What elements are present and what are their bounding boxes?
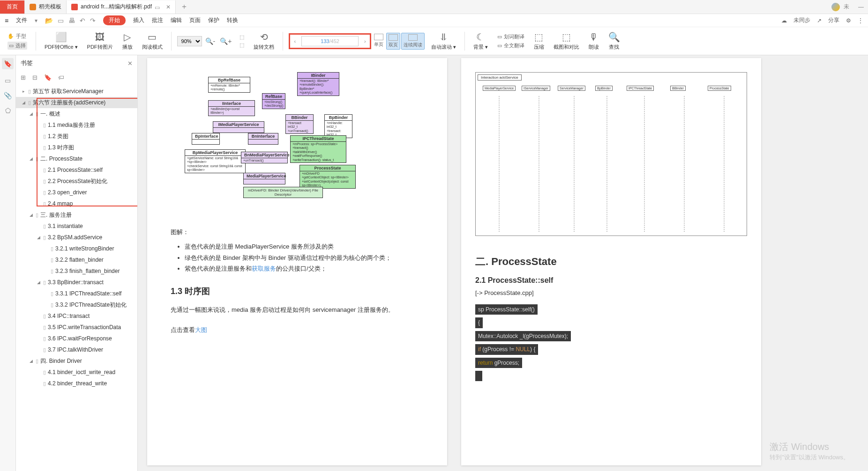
view-double[interactable]: 双页 [386, 33, 400, 50]
tool-select[interactable]: ▭ 选择 [7, 42, 27, 50]
collapse-all-icon[interactable]: ⊟ [32, 74, 37, 81]
page-current[interactable]: 133 [321, 38, 329, 44]
zoom-select[interactable]: 90% [177, 36, 202, 46]
bookmark-item[interactable]: ▯3.3.1 IPCThreadState::self [16, 288, 137, 299]
bookmark-item[interactable]: ▯1.2 类图 [16, 131, 137, 142]
bookmark-item[interactable]: ◢▯3.2 BpSM.addService [16, 232, 137, 243]
rail-cloud-icon[interactable]: ⬠ [5, 107, 11, 114]
fit-width-icon[interactable]: ⬚ [239, 34, 244, 40]
bookmark-item[interactable]: ▸▯第五节 获取ServiceManager [16, 86, 137, 97]
bookmark-item[interactable]: ▯3.5 IPC.writeTransactionData [16, 322, 137, 333]
btn-seltrans[interactable]: ▭ 划词翻译 [497, 33, 524, 40]
para: 先通过一幅图来说说，media 服务启动过程是如何向 servicemanage… [171, 304, 428, 315]
btn-compare[interactable]: ⬚截图和对比 [551, 27, 582, 55]
bookmark-item[interactable]: ▯3.2.1 writeStrongBinder [16, 243, 137, 254]
bookmark-item[interactable]: ▯3.2.2 flatten_binder [16, 254, 137, 265]
bookmark-item[interactable]: ▯1.3 时序图 [16, 142, 137, 153]
page-navigator: ‹ 133/452 › [289, 33, 371, 49]
bookmark-item[interactable]: ▯3.4 IPC::transact [16, 310, 137, 322]
save-icon[interactable]: ▭ [58, 17, 64, 24]
bookmark-item[interactable]: ▯1.1 media服务注册 [16, 119, 137, 131]
page-next[interactable]: › [360, 38, 370, 44]
bookmark-item[interactable]: ◢▯第六节 注册服务(addService) [16, 97, 137, 108]
bookmark-item[interactable]: ▯3.3.2 IPCThreadState初始化 [16, 299, 137, 310]
btn-compress[interactable]: ⬚压缩 [531, 27, 547, 55]
btn-fulltrans[interactable]: ▭ 全文翻译 [497, 42, 524, 49]
rail-bookmark-icon[interactable]: 🔖 [2, 58, 14, 69]
bookmark-ribbon-icon[interactable]: 🏷 [58, 74, 64, 81]
bookmark-item[interactable]: ◢▯四. Binder Driver [16, 355, 137, 367]
btn-readmode[interactable]: ▭阅读模式 [139, 27, 165, 55]
ribbon: ✋ 手型 ▭ 选择 ⬜PDF转Office ▾ 🖼PDF转图片 ▷播放 ▭阅读模… [0, 27, 868, 55]
tab-close-icon[interactable]: ✕ [163, 4, 171, 10]
bookmark-item[interactable]: ◢▯二. ProcessState [16, 153, 137, 164]
bookmark-item[interactable]: ▯3.6 IPC.waitForResponse [16, 333, 137, 344]
more-icon[interactable]: ⋮ [858, 17, 863, 24]
view-single[interactable]: 单页 [372, 33, 385, 50]
view-continuous[interactable]: 连续阅读 [401, 33, 425, 50]
bookmark-item[interactable]: ▯4.2 binder_thread_write [16, 378, 137, 389]
btn-pdf2office[interactable]: ⬜PDF转Office ▾ [42, 27, 81, 55]
bookmark-tree[interactable]: ▸▯第五节 获取ServiceManager◢▯第六节 注册服务(addServ… [16, 84, 137, 471]
tab-add[interactable]: ＋ [176, 0, 193, 14]
bookmark-item[interactable]: ▯4.1 binder_ioctl_write_read [16, 367, 137, 378]
heading-1-3: 1.3 时序图 [171, 284, 428, 299]
user-label: 未 [844, 3, 849, 11]
settings-icon[interactable]: ⚙ [846, 17, 851, 24]
share-label[interactable]: 分享 [828, 16, 839, 24]
tab-home[interactable]: 首页 [0, 0, 25, 14]
btn-autoscroll[interactable]: ⥥自动滚动 ▾ [428, 27, 459, 55]
page-prev[interactable]: ‹ [290, 38, 299, 44]
share-icon[interactable]: ↗ [817, 17, 822, 24]
btn-find[interactable]: 🔍查找 [606, 27, 623, 55]
wps-icon: ▭ [155, 4, 160, 10]
btn-pdf2img[interactable]: 🖼PDF转图片 [84, 27, 116, 55]
bookmark-item[interactable]: ◢▯3.3 BpBinder::transact [16, 277, 137, 288]
link-get-service[interactable]: 获取服务 [252, 265, 276, 272]
window-minimize[interactable]: — [854, 4, 868, 10]
bookmark-item[interactable]: ▯2.2 ProcessState初始化 [16, 176, 137, 187]
bookmark-item[interactable]: ◢▯一. 概述 [16, 108, 137, 119]
btn-read[interactable]: 🎙朗读 [586, 27, 602, 55]
bookmark-item[interactable]: ◢▯三. 服务注册 [16, 209, 137, 221]
document-viewport[interactable]: IBinder+transact(): IBinder*+remoteBinde… [138, 55, 868, 471]
zoom-out-icon[interactable]: 🔍- [204, 37, 217, 45]
bookmark-item[interactable]: ▯2.4 mmap [16, 198, 137, 209]
bookmark-item[interactable]: ▯3.7 IPC.talkWithDriver [16, 344, 137, 355]
rail-thumbs-icon[interactable]: ▭ [5, 77, 11, 84]
print-icon[interactable]: 🖶 [68, 17, 75, 24]
pdf-page-left: IBinder+transact(): IBinder*+remoteBinde… [147, 58, 447, 465]
btn-play[interactable]: ▷播放 [120, 27, 135, 55]
heading-2-1: 2.1 ProcessState::self [475, 276, 747, 285]
bookmark-item[interactable]: ▯2.1 ProcessState::self [16, 164, 137, 176]
menu-protect[interactable]: 保护 [208, 16, 219, 24]
open-icon[interactable]: 📂 [45, 17, 53, 24]
zoom-in-icon[interactable]: 🔍+ [218, 37, 233, 45]
menu-file[interactable]: 文件 [16, 16, 27, 24]
menu-start[interactable]: 开始 [103, 15, 126, 25]
rail-attach-icon[interactable]: 📎 [4, 92, 12, 99]
menu-convert[interactable]: 转换 [227, 16, 238, 24]
menu-insert[interactable]: 插入 [133, 16, 144, 24]
bookmark-item[interactable]: ▯3.2.3 finish_flatten_binder [16, 265, 137, 277]
tab-shell[interactable]: 稻壳模板 [25, 0, 67, 14]
fit-page-icon[interactable]: ⬚ [239, 42, 244, 48]
expand-all-icon[interactable]: ⊞ [21, 74, 26, 81]
user-area[interactable]: 未 [831, 3, 854, 11]
menu-edit[interactable]: 编辑 [171, 16, 182, 24]
tool-hand[interactable]: ✋ 手型 [7, 33, 27, 40]
menu-page[interactable]: 页面 [189, 16, 201, 24]
btn-rotate[interactable]: ⟲旋转文档 [251, 27, 277, 55]
panel-close-icon[interactable]: ✕ [127, 60, 133, 67]
btn-bg[interactable]: ☾背景 ▾ [471, 27, 491, 55]
bookmark-item[interactable]: ▯2.3 open_driver [16, 187, 137, 198]
link-bigimg[interactable]: 大图 [195, 326, 207, 333]
add-bookmark-icon[interactable]: 🔖 [44, 74, 52, 81]
bookmark-item[interactable]: ▯3.1 instantiate [16, 221, 137, 232]
cloud-icon[interactable]: ☁ [781, 17, 787, 24]
tab-active-doc[interactable]: android fr...精编内核解析.pdf ▭ ✕ [67, 0, 176, 14]
undo-icon[interactable]: ↶ [80, 17, 85, 24]
hamburger-icon[interactable]: ≡ [5, 17, 8, 24]
menu-comment[interactable]: 批注 [152, 16, 163, 24]
redo-icon[interactable]: ↷ [90, 17, 96, 24]
